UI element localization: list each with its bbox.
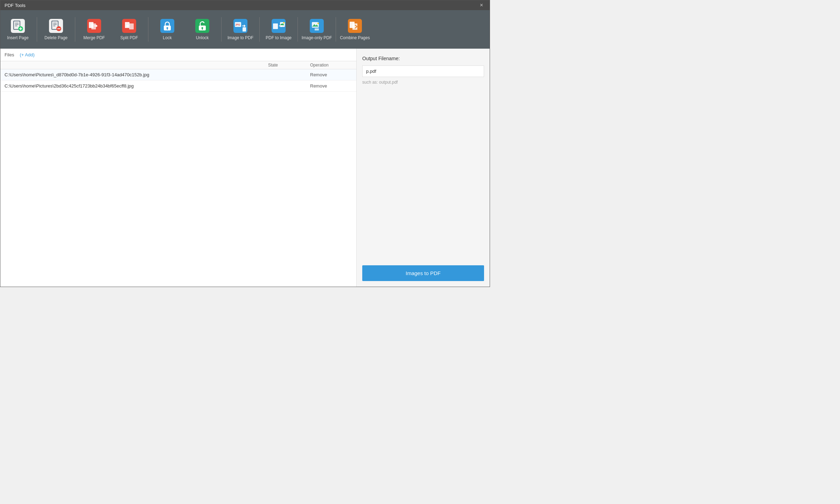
delete-page-label: Delete Page (44, 35, 68, 40)
remove-link[interactable]: Remove (310, 83, 327, 89)
toolbar-image-to-pdf[interactable]: JPG Image to PDF (223, 13, 258, 46)
image-only-pdf-label: Image-only PDF (302, 35, 332, 40)
svg-point-36 (283, 22, 285, 23)
output-filename-input[interactable] (362, 65, 484, 77)
svg-rect-20 (129, 23, 134, 29)
toolbar-image-only-pdf[interactable]: PNG Image-only PDF (299, 13, 334, 46)
svg-rect-34 (273, 23, 278, 29)
toolbar-merge-pdf[interactable]: Merge PDF (77, 13, 112, 46)
delete-page-icon (49, 19, 63, 33)
unlock-label: Unlock (196, 35, 209, 40)
unlock-icon (195, 19, 210, 33)
toolbar-lock[interactable]: Lock (150, 13, 185, 46)
file-header: Files (+ Add) (0, 49, 356, 61)
svg-rect-45 (358, 26, 360, 27)
remove-link[interactable]: Remove (310, 72, 327, 77)
divider-2 (75, 17, 75, 42)
image-to-pdf-label: Image to PDF (227, 35, 253, 40)
toolbar: Insert Page Delete Page (0, 10, 490, 49)
divider-6 (298, 17, 298, 42)
combine-pages-label: Combine Pages (340, 35, 370, 40)
output-filename-label: Output Filename: (362, 56, 484, 61)
toolbar-insert-page[interactable]: Insert Page (0, 13, 35, 46)
file-panel: Files (+ Add) State Operation C:\Users\h… (0, 49, 357, 287)
toolbar-split-pdf[interactable]: Split PDF (112, 13, 147, 46)
insert-page-label: Insert Page (7, 35, 28, 40)
divider-3 (148, 17, 148, 42)
combine-pages-icon (348, 19, 362, 33)
close-button[interactable]: × (480, 2, 485, 8)
lock-label: Lock (163, 35, 172, 40)
add-files-link[interactable]: (+ Add) (20, 52, 34, 57)
title-bar-left: PDF Tools (5, 3, 26, 8)
col-operation-header: Operation (310, 63, 352, 68)
col-state-header: State (268, 63, 310, 68)
split-pdf-label: Split PDF (120, 35, 138, 40)
title-bar: PDF Tools × (0, 0, 490, 10)
merge-pdf-label: Merge PDF (83, 35, 105, 40)
table-row: C:\Users\home\Pictures\_d870bd0d-7b1e-49… (0, 69, 356, 80)
toolbar-combine-pages[interactable]: Combine Pages (337, 13, 372, 46)
lock-icon (160, 19, 175, 33)
svg-rect-32 (243, 27, 246, 31)
image-only-pdf-icon: PNG (309, 19, 324, 33)
pdf-to-image-icon (271, 19, 286, 33)
split-pdf-icon (122, 19, 136, 33)
divider-5 (259, 17, 260, 42)
table-row: C:\Users\home\Pictures\2bd36c425cf1723bb… (0, 80, 356, 92)
right-panel: Output Filename: such as: output.pdf Ima… (357, 49, 490, 287)
convert-button[interactable]: Images to PDF (362, 265, 484, 281)
divider-1 (37, 17, 37, 42)
app-title: PDF Tools (5, 3, 26, 8)
file-path: C:\Users\home\Pictures\_d870bd0d-7b1e-49… (5, 72, 268, 77)
divider-7 (336, 17, 336, 42)
insert-page-icon (10, 19, 25, 33)
toolbar-unlock[interactable]: Unlock (185, 13, 220, 46)
column-headers: State Operation (0, 61, 356, 69)
svg-point-23 (167, 27, 168, 29)
main-content: Files (+ Add) State Operation C:\Users\h… (0, 49, 490, 287)
svg-rect-41 (315, 28, 319, 30)
file-path: C:\Users\home\Pictures\2bd36c425cf1723bb… (5, 83, 268, 89)
merge-pdf-icon (87, 19, 102, 33)
file-list: C:\Users\home\Pictures\_d870bd0d-7b1e-49… (0, 69, 356, 287)
pdf-to-image-label: PDF to Image (266, 35, 292, 40)
svg-point-27 (202, 27, 203, 29)
file-operation: Remove (310, 72, 352, 77)
main-window: PDF Tools × Insert Page (0, 0, 490, 287)
divider-4 (221, 17, 222, 42)
toolbar-delete-page[interactable]: Delete Page (38, 13, 74, 46)
svg-text:JPG: JPG (235, 23, 240, 26)
col-files-header (5, 63, 268, 68)
svg-rect-17 (91, 23, 96, 29)
output-hint: such as: output.pdf (362, 80, 484, 85)
file-operation: Remove (310, 83, 352, 89)
toolbar-pdf-to-image[interactable]: PDF to Image (261, 13, 296, 46)
svg-point-40 (317, 23, 319, 24)
image-to-pdf-icon: JPG (233, 19, 248, 33)
files-label: Files (5, 52, 14, 57)
svg-text:PNG: PNG (318, 21, 322, 23)
